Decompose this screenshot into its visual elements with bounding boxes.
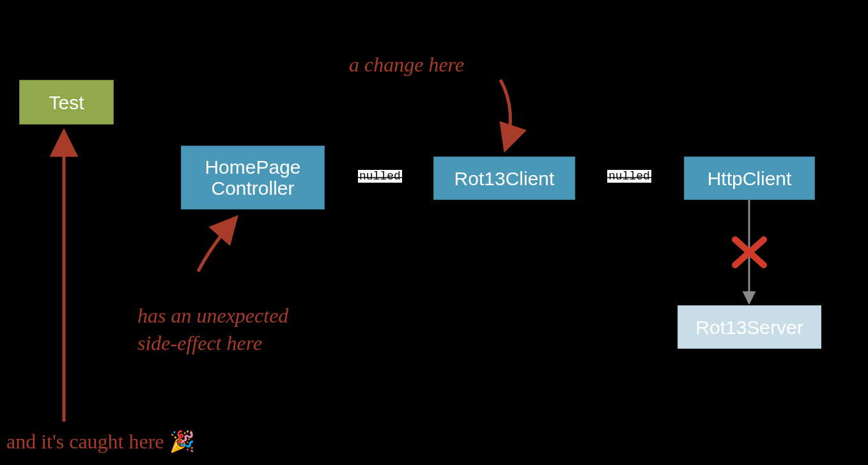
node-label: HomePage Controller — [205, 156, 300, 199]
edge-test-to-homepage — [114, 115, 179, 155]
node-rot13-server: Rot13Server — [678, 305, 821, 349]
node-homepage-controller: HomePage Controller — [181, 146, 325, 210]
annotation-arrow-change — [500, 80, 511, 150]
annotation-arrow-side-effect — [198, 217, 236, 271]
node-http-client: HttpClient — [684, 156, 815, 200]
annotation-side-effect: has an unexpected side-effect here — [137, 275, 288, 358]
x-icon — [735, 240, 764, 265]
node-label: Rot13Server — [695, 317, 803, 338]
annotation-change-here: a change here — [349, 51, 464, 79]
node-test: Test — [19, 80, 114, 125]
annotation-caught-here: and it's caught here 🎉 — [6, 428, 195, 455]
svg-line-1 — [735, 240, 764, 265]
node-label: HttpClient — [708, 168, 792, 189]
node-label: Rot13Client — [454, 168, 555, 189]
edge-label-client-to-http: nulled — [607, 170, 651, 183]
node-rot13-client: Rot13Client — [433, 156, 575, 200]
svg-line-0 — [735, 240, 764, 265]
node-label: Test — [49, 92, 84, 113]
edge-label-hp-to-client: nulled — [358, 170, 402, 183]
